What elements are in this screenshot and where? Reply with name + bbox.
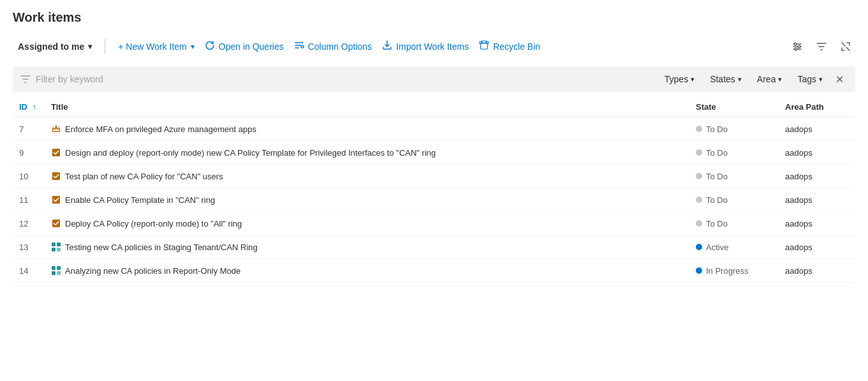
filter-dropdowns: Types ▾ States ▾ Area ▾ Tags ▾ ✕ [658,71,848,87]
tags-dropdown[interactable]: Tags ▾ [791,71,829,87]
recycle-bin-icon [479,40,489,52]
column-options-icon [294,40,304,52]
filter-bar: Filter by keyword Types ▾ States ▾ Area … [13,66,855,92]
table-row: 9 Design and deploy (report-only mode) n… [13,141,855,165]
close-icon: ✕ [835,73,844,86]
area-dropdown[interactable]: Area ▾ [751,71,789,87]
svg-rect-15 [57,243,61,246]
filter-icon-button[interactable] [812,38,831,56]
state-text-2: To Do [706,172,728,181]
open-in-queries-icon [205,40,215,52]
table-header-row: ID ↑ Title State Area Path [13,97,855,117]
state-text-5: Active [706,243,728,252]
area-label: Area [757,74,776,84]
svg-rect-17 [57,248,61,251]
cell-area-5: aadops [779,235,855,259]
title-link-1[interactable]: Design and deploy (report-only mode) new… [65,148,436,158]
state-dot-6 [696,267,702,274]
state-dot-0 [696,126,702,132]
item-icon-1 [51,147,61,158]
cell-state-3: To Do [689,188,779,212]
table-row: 7 Enforce MFA on privileged Azure manage… [13,117,855,141]
sliders-icon [791,41,803,52]
item-icon-0 [51,124,61,134]
svg-rect-19 [57,266,61,270]
svg-point-0 [301,45,304,48]
title-link-6[interactable]: Analyzing new CA policies in Report-Only… [65,266,240,276]
sort-icon-id: ↑ [33,102,37,112]
state-dot-3 [696,197,702,203]
col-header-id[interactable]: ID ↑ [13,97,45,117]
cell-area-2: aadops [779,165,855,188]
state-text-4: To Do [706,219,728,228]
svg-rect-21 [57,271,61,275]
col-header-title: Title [45,97,689,117]
state-dot-1 [696,149,702,156]
state-text-6: In Progress [706,266,748,276]
item-icon-2 [51,171,61,181]
cell-title-6: Analyzing new CA policies in Report-Only… [45,259,689,283]
states-dropdown[interactable]: States ▾ [703,71,748,87]
cell-area-6: aadops [779,259,855,283]
cell-id-2: 10 [13,165,45,188]
assigned-to-me-button[interactable]: Assigned to me ▾ [13,38,97,56]
cell-id-1: 9 [13,141,45,165]
work-items-table: ID ↑ Title State Area Path 7 Enforce MFA… [13,97,855,283]
states-chevron-icon: ▾ [738,75,742,84]
recycle-group: Recycle Bin [474,36,545,56]
state-text-0: To Do [706,124,728,134]
svg-point-9 [795,48,797,50]
svg-point-8 [798,45,800,48]
table-row: 14 Analyzing new CA policies in Report-O… [13,259,855,283]
types-dropdown[interactable]: Types ▾ [658,71,701,87]
open-in-queries-button[interactable]: Open in Queries [200,36,289,56]
area-chevron-icon: ▾ [778,75,782,84]
recycle-bin-label: Recycle Bin [493,41,540,52]
import-icon [382,40,392,52]
filter-keyword-icon [20,74,31,84]
toolbar-divider-1 [105,39,105,54]
state-dot-4 [696,220,702,227]
types-label: Types [665,74,688,84]
column-options-button[interactable]: Column Options [289,36,377,56]
cell-id-0: 7 [13,117,45,141]
cell-title-5: Testing new CA policies in Staging Tenan… [45,235,689,259]
svg-rect-18 [52,266,55,270]
cell-id-4: 12 [13,212,45,235]
import-group: Import Work Items [377,36,474,56]
title-link-2[interactable]: Test plan of new CA Policy for "CAN" use… [65,172,223,181]
assigned-to-me-label: Assigned to me [18,41,84,52]
cell-id-6: 14 [13,259,45,283]
cell-state-5: Active [689,235,779,259]
filter-close-button[interactable]: ✕ [832,72,848,87]
state-dot-2 [696,173,702,179]
new-work-item-group: + New Work Item ▾ [113,38,200,56]
fullscreen-icon-button[interactable] [836,38,855,56]
recycle-bin-button[interactable]: Recycle Bin [474,36,545,56]
expand-icon [840,41,851,52]
title-link-5[interactable]: Testing new CA policies in Staging Tenan… [65,243,258,252]
cell-title-0: Enforce MFA on privileged Azure manageme… [45,117,689,141]
table-row: 13 Testing new CA policies in Staging Te… [13,235,855,259]
svg-rect-14 [52,243,55,246]
import-work-items-button[interactable]: Import Work Items [377,36,474,56]
state-text-3: To Do [706,195,728,205]
cell-title-2: Test plan of new CA Policy for "CAN" use… [45,165,689,188]
cell-area-1: aadops [779,141,855,165]
table-row: 10 Test plan of new CA Policy for "CAN" … [13,165,855,188]
new-work-item-button[interactable]: + New Work Item ▾ [113,38,200,56]
cell-title-3: Enable CA Policy Template in "CAN" ring [45,188,689,212]
filter-keyword-area: Filter by keyword [20,74,651,84]
cell-area-3: aadops [779,188,855,212]
tags-chevron-icon: ▾ [819,75,823,84]
cell-id-5: 13 [13,235,45,259]
filter-placeholder: Filter by keyword [36,74,103,84]
title-link-4[interactable]: Deploy CA Policy (report-only mode) to "… [65,219,242,228]
state-dot-5 [696,244,702,250]
title-link-0[interactable]: Enforce MFA on privileged Azure manageme… [65,124,256,134]
title-link-3[interactable]: Enable CA Policy Template in "CAN" ring [65,195,215,205]
settings-icon-button[interactable] [788,38,807,56]
cell-state-2: To Do [689,165,779,188]
open-in-queries-label: Open in Queries [219,41,284,52]
col-header-state: State [689,97,779,117]
